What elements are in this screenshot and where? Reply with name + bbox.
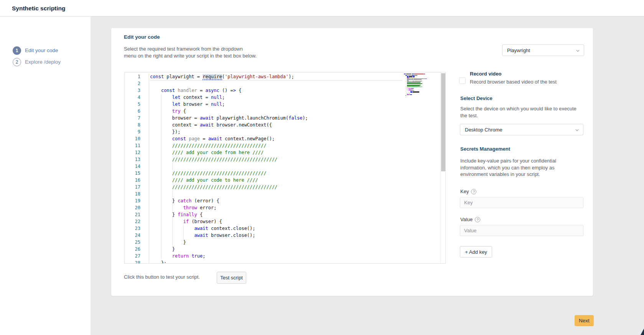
code-line: 23 await context.close();: [125, 225, 440, 232]
secrets-description: Include key-value pairs for your confide…: [460, 158, 587, 178]
key-input[interactable]: [460, 197, 583, 208]
editor-scrollbar: [440, 72, 445, 263]
device-select[interactable]: Desktop Chrome: [460, 124, 583, 135]
code-line: 24 await browser.close();: [125, 232, 440, 239]
code-line: 16 //// add your code to here ////: [125, 177, 440, 184]
step-number-badge: 2: [13, 58, 21, 66]
code-line: 14: [125, 163, 440, 170]
code-line: 1const playwright = require('playwright-…: [125, 73, 440, 80]
device-select-value: Desktop Chrome: [465, 127, 502, 133]
code-editor[interactable]: 1const playwright = require('playwright-…: [124, 72, 446, 264]
step-label: Edit your code: [25, 46, 58, 55]
key-help-icon[interactable]: ?: [471, 189, 476, 194]
select-device-heading: Select Device: [460, 95, 492, 101]
code-line: 11 //////////////////////////////////: [125, 142, 440, 149]
code-line: 18: [125, 190, 440, 197]
minimap[interactable]: [404, 74, 428, 97]
test-script-button[interactable]: Test script: [217, 272, 246, 284]
code-line: 19 } catch (error) {: [125, 197, 440, 204]
value-help-icon[interactable]: ?: [475, 217, 480, 222]
code-line: 12 //// add your code from here ////: [125, 149, 440, 156]
sticky-scroll-border: [150, 80, 402, 80]
top-bar: Synthetic scripting: [0, 0, 644, 16]
record-video-checkbox[interactable]: [459, 77, 466, 84]
code-line: 26 }: [125, 246, 440, 253]
code-line: 2: [125, 80, 440, 87]
code-line: 5 let browser = null;: [125, 101, 440, 108]
select-device-description: Select the device on which you would lik…: [460, 105, 587, 119]
next-button[interactable]: Next: [575, 315, 594, 326]
code-line: 3 const handler = async () => {: [125, 87, 440, 94]
key-label: Key ?: [460, 189, 476, 194]
step-number-badge: 1: [13, 46, 21, 55]
record-video-label: Record video: [470, 71, 501, 77]
value-label: Value ?: [460, 217, 480, 222]
framework-select-value: Playwright: [507, 48, 530, 53]
code-line: 28 };: [125, 259, 440, 264]
scrollbar-thumb[interactable]: [441, 73, 445, 171]
edit-code-card: Edit your code Select the required test …: [111, 28, 593, 296]
page-title: Synthetic scripting: [12, 0, 66, 16]
code-line: 6 try {: [125, 108, 440, 115]
code-line: 22 if (browser) {: [125, 218, 440, 225]
chevron-down-icon: [576, 49, 580, 53]
code-line: 8 context = await browser.newContext({: [125, 122, 440, 128]
sidebar-step-explore-deploy[interactable]: 2 Explore /deploy: [13, 58, 61, 66]
framework-select[interactable]: Playwright: [502, 44, 584, 56]
sidebar-step-edit-your-code[interactable]: 1 Edit your code: [13, 46, 58, 55]
code-line: 27 return true;: [125, 253, 440, 259]
code-line: 13 /////////////////////////////////////…: [125, 156, 440, 163]
mouse-cursor: [641, 328, 644, 335]
test-hint-text: Click this button to test your script.: [124, 274, 200, 280]
code-line: 25 }: [125, 239, 440, 246]
chevron-down-icon: [575, 128, 579, 132]
code-line: 9 });: [125, 128, 440, 135]
code-line: 10 const page = await context.newPage();: [125, 135, 440, 142]
card-heading: Edit your code: [124, 34, 160, 40]
step-label: Explore /deploy: [25, 58, 61, 66]
code-line: 15 //////////////////////////////////: [125, 170, 440, 177]
code-line: 7 browser = await playwright.launchChrom…: [125, 115, 440, 122]
code-line: 20 throw error;: [125, 204, 440, 211]
record-video-description: Record browser based video of the test: [470, 79, 557, 85]
code-line: 21 } finally {: [125, 211, 440, 218]
code-line: 17 /////////////////////////////////////…: [125, 184, 440, 190]
add-key-button[interactable]: + Add key: [460, 246, 492, 258]
value-input[interactable]: [460, 225, 583, 236]
sidebar: 1 Edit your code 2 Explore /deploy: [0, 16, 91, 335]
code-line: 4 let context = null;: [125, 94, 440, 101]
secrets-heading: Secrets Management: [460, 146, 510, 152]
instructions-text: Select the required test framework from …: [124, 46, 257, 59]
code-lines: 1const playwright = require('playwright-…: [125, 73, 440, 264]
